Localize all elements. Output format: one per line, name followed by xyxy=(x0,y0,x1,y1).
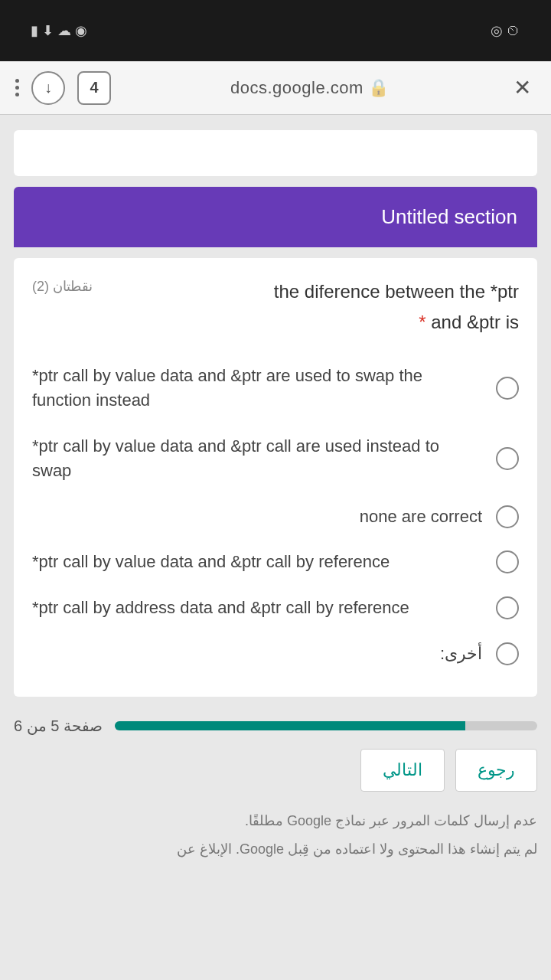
status-bar: ▮ ⬇ ☁ ◉ ◎ ⏲ xyxy=(0,0,551,61)
card-spacer xyxy=(14,130,537,176)
footer-note-2: لم يتم إنشاء هذا المحتوى ولا اعتماده من … xyxy=(14,835,537,864)
progress-bar xyxy=(115,721,537,730)
radio-icon[interactable] xyxy=(496,377,519,400)
option-label: *ptr call by value data and &ptr call ar… xyxy=(32,434,482,483)
next-button[interactable]: التالي xyxy=(360,749,445,792)
footer-note-1: عدم إرسال كلمات المرور عبر نماذج Google … xyxy=(14,807,537,835)
progress-fill xyxy=(115,721,465,730)
page-content: Untitled section the diference between t… xyxy=(0,115,551,980)
lock-icon: 🔒 xyxy=(368,78,390,97)
tab-count[interactable]: 4 xyxy=(77,71,111,105)
close-icon[interactable]: ✕ xyxy=(509,75,536,100)
question-card: the diference between the *ptr نقطتان (2… xyxy=(14,258,537,697)
status-left-icons: ▮ ⬇ ☁ ◉ xyxy=(31,22,87,39)
radio-icon[interactable] xyxy=(496,596,519,619)
question-title-line2: * and &ptr is xyxy=(32,312,519,333)
menu-icon[interactable] xyxy=(15,79,19,96)
option-row[interactable]: *ptr call by value data and &ptr are use… xyxy=(32,353,519,423)
radio-icon[interactable] xyxy=(496,505,519,528)
required-asterisk: * xyxy=(419,312,425,332)
back-button[interactable]: رجوع xyxy=(455,749,537,792)
option-other-label: أخرى: xyxy=(32,642,482,666)
radio-icon[interactable] xyxy=(496,550,519,573)
nav-buttons: رجوع التالي xyxy=(14,749,537,792)
option-label: none are correct xyxy=(32,505,482,529)
url-bar[interactable]: docs.google.com 🔒 xyxy=(123,78,497,98)
option-other-row[interactable]: أخرى: xyxy=(32,631,519,677)
option-label: *ptr call by address data and &ptr call … xyxy=(32,596,482,620)
status-right-icons: ◎ ⏲ xyxy=(491,22,520,39)
option-label: *ptr call by value data and &ptr are use… xyxy=(32,364,482,413)
question-points: نقطتان (2) xyxy=(32,278,93,295)
option-row[interactable]: *ptr call by value data and &ptr call ar… xyxy=(32,423,519,494)
option-row[interactable]: *ptr call by address data and &ptr call … xyxy=(32,585,519,631)
radio-icon[interactable] xyxy=(496,447,519,470)
question-title-line1: the diference between the *ptr xyxy=(102,278,519,305)
section-header: Untitled section xyxy=(14,187,537,247)
browser-toolbar: ↓ 4 docs.google.com 🔒 ✕ xyxy=(0,61,551,115)
pager: صفحة 5 من 6 xyxy=(14,717,537,735)
download-icon[interactable]: ↓ xyxy=(31,71,65,105)
option-label: *ptr call by value data and &ptr call by… xyxy=(32,550,482,574)
option-row[interactable]: *ptr call by value data and &ptr call by… xyxy=(32,539,519,585)
radio-icon[interactable] xyxy=(496,642,519,665)
page-label: صفحة 5 من 6 xyxy=(14,717,103,735)
option-row[interactable]: none are correct xyxy=(32,494,519,540)
